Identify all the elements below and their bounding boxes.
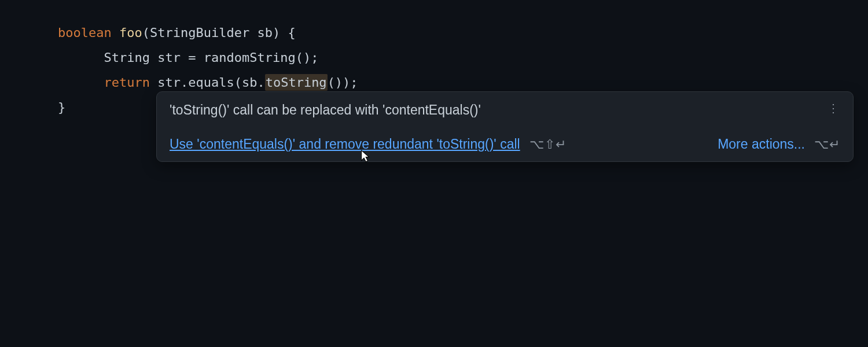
tooltip-title: 'toString()' call can be replaced with '… — [170, 102, 481, 118]
var-str: str — [157, 50, 181, 65]
code-line-1[interactable]: boolean foo(StringBuilder sb) { — [58, 21, 868, 46]
type-string: String — [104, 50, 149, 65]
keyword-boolean: boolean — [58, 25, 112, 40]
quick-fix-link[interactable]: Use 'contentEquals()' and remove redunda… — [170, 136, 520, 152]
code-line-2[interactable]: String str = randomString(); — [58, 46, 868, 71]
keyword-return: return — [104, 75, 149, 90]
params: (StringBuilder sb) { — [142, 25, 296, 40]
quick-fix-shortcut: ⌥⇧↵ — [529, 137, 567, 152]
highlighted-tostring[interactable]: toString — [265, 74, 328, 91]
call-randomstring: randomString — [204, 50, 296, 65]
more-vertical-icon[interactable]: ⋮ — [825, 102, 840, 114]
more-actions-link[interactable]: More actions... — [718, 136, 805, 152]
method-name: foo — [119, 25, 142, 40]
more-actions-shortcut: ⌥↵ — [814, 137, 840, 152]
close-brace: } — [58, 100, 65, 115]
inspection-tooltip: 'toString()' call can be replaced with '… — [156, 91, 854, 162]
